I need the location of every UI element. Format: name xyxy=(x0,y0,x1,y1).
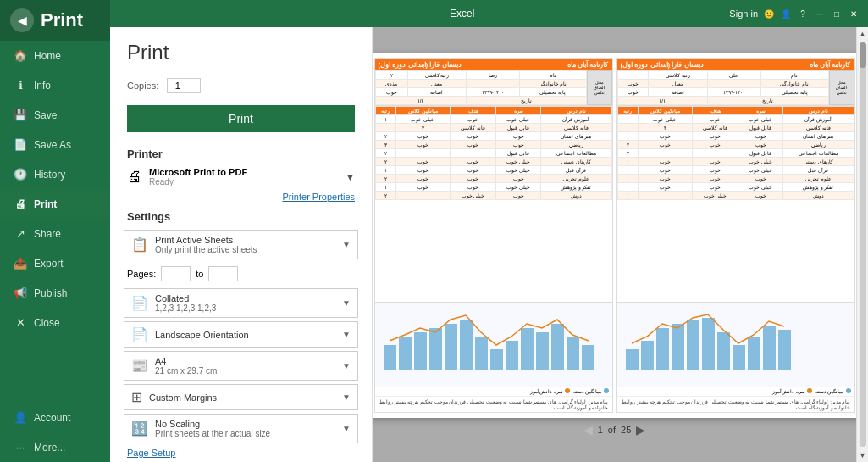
print-label: Print xyxy=(34,198,57,210)
setting4-sub: 21 cm x 29.7 cm xyxy=(155,366,335,376)
doc2-chart xyxy=(617,302,854,387)
app-title: Print xyxy=(41,9,83,31)
publish-icon: 📢 xyxy=(14,287,27,299)
legend-item-2: نمره دانش‌آموز xyxy=(530,388,570,394)
legend-label-2: نمره دانش‌آموز xyxy=(530,388,563,394)
copies-section: Copies: xyxy=(110,73,372,98)
back-button[interactable]: ◀ xyxy=(10,8,34,32)
svg-rect-12 xyxy=(567,337,579,370)
scroll-down-button[interactable]: ▼ xyxy=(857,448,869,462)
doc2-photo-cell: محلالصاقعکس xyxy=(829,70,854,105)
history-label: History xyxy=(34,169,65,181)
sidebar-item-account[interactable]: 👤 Account xyxy=(0,403,110,432)
printer-device-icon: 🖨 xyxy=(127,168,142,186)
legend2-label-1: میانگین دسته xyxy=(815,388,844,394)
setting1-arrow: ▼ xyxy=(342,240,351,249)
sidebar-item-save-as[interactable]: 📄 Save As xyxy=(0,130,110,159)
sidebar-item-export[interactable]: 📤 Export xyxy=(0,248,110,278)
doc2-title-left: کارنامه آبان ماه xyxy=(810,61,850,69)
sidebar-item-more[interactable]: ··· More... xyxy=(0,432,110,462)
help-button[interactable]: ? xyxy=(797,8,809,19)
legend2-item-2: نمره دانش‌آموز xyxy=(772,388,812,394)
sidebar-item-history[interactable]: 🕐 History xyxy=(0,159,110,189)
setting-margins[interactable]: ⊞ Custom Margins ▼ xyxy=(124,384,358,410)
scaling-icon: 🔢 xyxy=(131,420,148,437)
setting6-text: No Scaling Print sheets at their actual … xyxy=(155,419,335,438)
print-heading: Print xyxy=(110,27,372,73)
pages-to-label: to xyxy=(196,269,203,279)
setting2-sub: 1,2,3 1,2,3 1,2,3 xyxy=(155,303,335,313)
doc1-info-table: نامرضا رتبه کلاسی۲ نام خانوادگی معدلمذدی… xyxy=(375,70,587,105)
legend2-item-1: میانگین دسته xyxy=(815,388,851,394)
setting-orientation[interactable]: 📄 Landscape Orientation ▼ xyxy=(124,321,358,348)
setting-scaling[interactable]: 🔢 No Scaling Print sheets at their actua… xyxy=(124,414,358,443)
sidebar-item-publish[interactable]: 📢 Publish xyxy=(0,278,110,308)
setting5-main: Custom Margins xyxy=(149,392,335,403)
sidebar-item-print[interactable]: 🖨 Print xyxy=(0,189,110,219)
legend-item-1: میانگین دسته xyxy=(573,388,609,394)
sidebar-item-close[interactable]: ✕ Close xyxy=(0,308,110,337)
more-label: More... xyxy=(34,442,65,454)
main-content: – Excel Sign in 🙂 👤 ? ─ □ ✕ Print Copies… xyxy=(110,0,868,462)
pages-to-input[interactable] xyxy=(208,266,238,281)
svg-rect-9 xyxy=(521,328,534,370)
doc2-footer: پیام مدیر: اولیاء گرامی، های مستمر شما ن… xyxy=(617,396,854,412)
orientation-icon: 📄 xyxy=(131,326,148,342)
sidebar-item-info[interactable]: ℹ Info xyxy=(0,70,110,100)
preview-inner: کارنامه آبان ماه دبستان فارا (ابتدائی دو… xyxy=(373,53,856,418)
scroll-up-button[interactable]: ▲ xyxy=(857,27,869,41)
doc1-title-left: کارنامه آبان ماه xyxy=(567,61,608,69)
info-label: Info xyxy=(34,80,51,92)
next-page-button[interactable]: ▶ xyxy=(636,423,645,437)
export-icon: 📤 xyxy=(14,257,27,270)
preview-area: کارنامه آبان ماه دبستان فارا (ابتدائی دو… xyxy=(373,27,856,462)
copies-input[interactable] xyxy=(167,78,201,93)
setting1-main: Print Active Sheets xyxy=(155,235,335,245)
sidebar-item-save[interactable]: 💾 Save xyxy=(0,100,110,130)
copies-label: Copies: xyxy=(127,81,158,91)
printer-row[interactable]: 🖨 Microsoft Print to PDF Ready ▼ xyxy=(110,164,372,190)
setting2-text: Collated 1,2,3 1,2,3 1,2,3 xyxy=(155,293,335,313)
save-icon: 💾 xyxy=(14,109,27,121)
printer-info: Microsoft Print to PDF Ready xyxy=(149,167,339,186)
printer-properties-link[interactable]: Printer Properties xyxy=(110,190,372,203)
sidebar-item-share[interactable]: ↗ Share xyxy=(0,219,110,248)
svg-rect-22 xyxy=(748,337,760,370)
doc2-header: کارنامه آبان ماه دبستان فارا (ابتدائی دو… xyxy=(617,59,854,70)
sign-in-link[interactable]: Sign in xyxy=(729,8,758,19)
minimize-button[interactable]: ─ xyxy=(814,8,826,19)
page-current: 1 xyxy=(598,425,603,435)
page-setup-link[interactable]: Page Setup xyxy=(110,444,193,461)
svg-rect-1 xyxy=(399,337,412,370)
person-button[interactable]: 👤 xyxy=(780,8,792,19)
prev-page-button[interactable]: ◀ xyxy=(583,423,593,437)
printer-section-label: Printer xyxy=(110,139,372,164)
sidebar-item-home[interactable]: 🏠 Home xyxy=(0,41,110,70)
account-label: Account xyxy=(34,412,70,424)
svg-rect-0 xyxy=(384,345,396,370)
setting6-arrow: ▼ xyxy=(342,424,351,433)
setting6-sub: Print sheets at their actual size xyxy=(155,429,335,438)
setting2-main: Collated xyxy=(155,293,335,303)
preview-pagination: ◀ 1 of 25 ▶ xyxy=(583,423,646,437)
restore-button[interactable]: □ xyxy=(831,8,843,19)
setting-collated[interactable]: 📄 Collated 1,2,3 1,2,3 1,2,3 ▼ xyxy=(124,288,358,318)
setting4-text: A4 21 cm x 29.7 cm xyxy=(155,356,335,376)
close-window-button[interactable]: ✕ xyxy=(848,8,860,19)
print-button[interactable]: Print xyxy=(127,105,355,132)
pages-from-input[interactable] xyxy=(161,266,191,281)
info-icon: ℹ xyxy=(14,79,27,92)
scroll-track xyxy=(860,42,866,447)
legend2-dot-2 xyxy=(807,388,812,393)
printer-status: Ready xyxy=(149,177,339,186)
smiley-button[interactable]: 🙂 xyxy=(763,8,775,19)
save-as-icon: 📄 xyxy=(14,138,27,151)
save-as-label: Save As xyxy=(34,139,71,151)
svg-rect-3 xyxy=(429,328,442,370)
setting-paper-size[interactable]: 📰 A4 21 cm x 29.7 cm ▼ xyxy=(124,351,358,381)
setting5-text: Custom Margins xyxy=(149,392,335,403)
right-scrollbar[interactable]: ▲ ▼ xyxy=(856,27,868,462)
pages-label: Pages: xyxy=(127,269,156,279)
setting2-arrow: ▼ xyxy=(342,298,351,308)
setting-print-active-sheets[interactable]: 📋 Print Active Sheets Only print the act… xyxy=(124,230,358,259)
